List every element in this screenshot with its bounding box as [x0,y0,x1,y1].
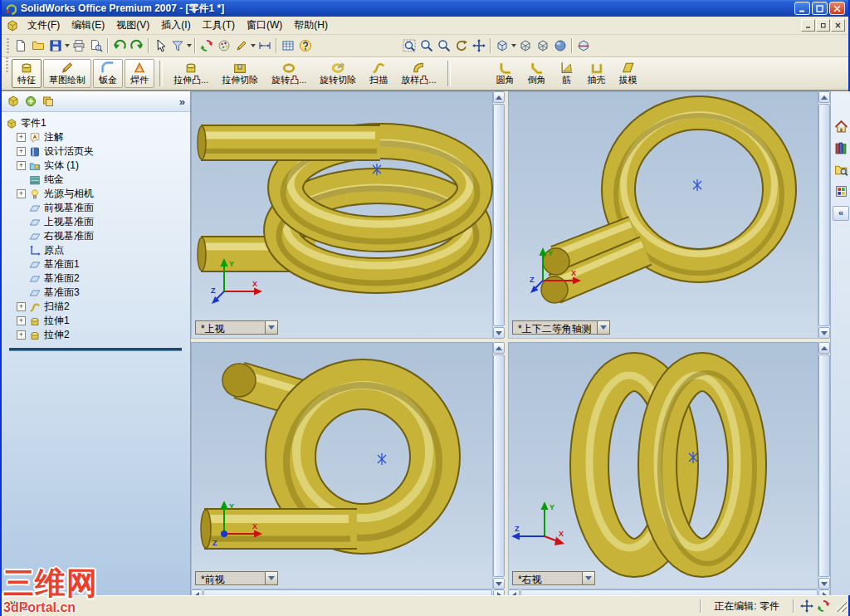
property-manager-tab-icon[interactable] [24,95,37,108]
minimize-button[interactable] [794,2,810,15]
configuration-manager-tab-icon[interactable] [42,95,55,108]
edit-color-button[interactable] [215,37,232,55]
menu-edit[interactable]: 编辑(E) [66,17,110,34]
tab-weldments[interactable]: 焊件 [125,59,154,88]
view-name[interactable]: *上下二等角轴测 [512,320,597,335]
sketch-point-marker[interactable] [370,163,383,176]
design-library-icon[interactable] [834,141,848,155]
viewport-right-view[interactable]: Y Z X *右视 [508,342,818,589]
revolved-boss-button[interactable]: 旋转凸... [266,59,312,88]
pan-button[interactable] [470,37,487,55]
panel-expand-chevron[interactable]: » [179,95,185,108]
tree-item-right-plane[interactable]: 右视基准面 [6,229,190,243]
redo-button[interactable] [128,37,145,55]
print-preview-button[interactable] [87,37,105,55]
sketch-point-marker[interactable] [375,452,388,466]
viewport-isometric-view[interactable]: Y X Z *上下二等角轴测 [508,91,818,339]
fillet-button[interactable]: 圆角 [491,59,520,88]
tab-features[interactable]: 特征 [12,59,42,88]
vertical-splitter[interactable] [505,91,508,601]
scroll-down-button[interactable] [493,327,505,339]
scroll-up-button[interactable] [493,342,505,354]
close-button[interactable] [829,2,845,15]
resize-grip[interactable] [835,600,847,612]
expand-toggle[interactable]: + [17,302,26,311]
expand-toggle[interactable]: + [17,316,26,325]
menu-insert[interactable]: 插入(I) [155,17,196,34]
scroll-up-button[interactable] [818,91,830,103]
view-name[interactable]: *上视 [195,320,265,335]
tree-item-extrude1[interactable]: + 拉伸1 [6,314,190,328]
status-pointer-icon[interactable] [800,599,813,613]
title-bar[interactable]: SolidWorks Office Premium 2007 - [零件1 *] [2,0,848,17]
expand-toggle[interactable]: + [17,133,26,142]
expand-toggle[interactable]: + [17,161,26,170]
scrollbar-track[interactable] [818,103,830,327]
selection-filter-button[interactable] [169,37,186,55]
featurebar-grip[interactable] [6,57,8,72]
rib-button[interactable]: 筋 [554,59,580,88]
zoom-in-out-button[interactable] [435,37,452,55]
design-table-button[interactable] [279,37,296,55]
vertical-scrollbar[interactable] [818,342,830,589]
coil-model-isometric-view[interactable] [508,91,818,339]
expand-toggle[interactable]: + [17,189,26,198]
maximize-button[interactable] [812,2,828,15]
scrollbar-track[interactable] [493,103,505,327]
view-name[interactable]: *右视 [512,571,582,585]
tree-root-part[interactable]: 零件1 [6,116,190,130]
file-explorer-icon[interactable] [834,163,848,177]
sweep-button[interactable]: 扫描 [364,59,393,88]
custom-properties-icon[interactable] [834,184,848,198]
tree-item-lights-cameras[interactable]: + 光源与相机 [6,187,190,201]
tree-item-plane2[interactable]: 基准面2 [6,271,190,286]
vertical-scrollbar[interactable] [818,91,830,339]
tree-item-extrude2[interactable]: + 拉伸2 [6,328,190,342]
smart-dimension-button[interactable] [256,37,273,55]
tree-item-sweep2[interactable]: + 扫描2 [6,300,190,314]
scroll-up-button[interactable] [818,342,830,354]
tree-item-front-plane[interactable]: 前视基准面 [6,201,190,215]
doc-close-button[interactable] [831,19,845,32]
doc-restore-button[interactable] [816,19,830,32]
viewport-top-view[interactable]: Y X Z *上视 [191,91,493,339]
coil-model-front-view[interactable] [191,342,493,589]
new-document-button[interactable] [12,37,29,55]
chamfer-button[interactable]: 倒角 [522,59,552,88]
scrollbar-thumb[interactable] [493,354,505,577]
view-dropdown-button[interactable] [597,320,610,335]
scrollbar-thumb[interactable] [818,354,830,577]
solidworks-resources-icon[interactable] [834,120,848,134]
expand-toggle[interactable]: + [17,330,26,340]
menu-file[interactable]: 文件(F) [22,17,66,34]
toolbar-grip[interactable] [7,38,9,53]
scrollbar-thumb[interactable] [818,104,830,326]
loft-button[interactable]: 放样凸... [395,59,442,88]
help-button[interactable] [296,37,314,55]
menu-window[interactable]: 窗口(W) [241,17,288,34]
tree-item-annotations[interactable]: + 注解 [6,130,190,144]
shaded-button[interactable] [551,37,569,55]
hidden-lines-button[interactable] [534,37,551,55]
save-button[interactable] [46,37,64,55]
task-pane-collapse-button[interactable]: « [833,206,849,221]
filter-dropdown-arrow-icon[interactable] [187,44,192,47]
zoom-fit-button[interactable] [400,37,418,55]
doc-minimize-button[interactable] [801,19,815,32]
zoom-area-button[interactable] [418,37,435,55]
tree-item-solid-bodies[interactable]: + 实体 (1) [6,159,190,173]
scrollbar-track[interactable] [818,354,830,578]
vertical-scrollbar[interactable] [493,91,505,339]
extruded-cut-button[interactable]: 拉伸切除 [216,59,264,88]
feature-manager-tab-icon[interactable] [7,95,20,108]
tree-item-top-plane[interactable]: 上视基准面 [6,215,190,229]
scrollbar-track[interactable] [493,354,505,578]
coil-model-right-view[interactable] [508,342,818,589]
scroll-down-button[interactable] [493,578,505,589]
section-view-button[interactable] [574,37,592,55]
tab-sketch[interactable]: 草图绘制 [43,59,91,88]
view-dropdown-button[interactable] [582,571,595,585]
open-button[interactable] [29,37,46,55]
scroll-down-button[interactable] [818,327,830,339]
standard-views-button[interactable] [493,37,510,55]
